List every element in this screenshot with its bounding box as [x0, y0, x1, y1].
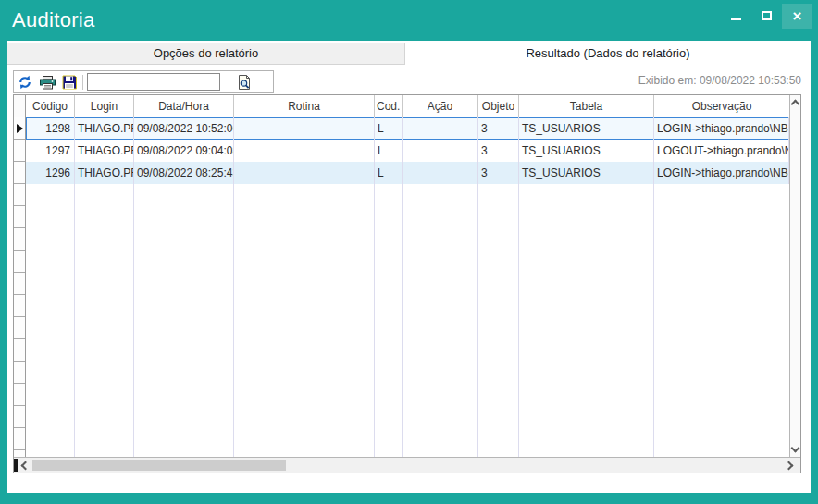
cell-rotina[interactable] — [234, 117, 375, 140]
horizontal-scroll-thumb[interactable] — [32, 460, 286, 471]
maximize-button[interactable] — [751, 4, 782, 29]
cell-codigo[interactable]: 1297 — [26, 140, 75, 162]
row-indicator-header — [14, 95, 26, 117]
print-icon — [40, 75, 56, 90]
cell-cod-acao[interactable]: L — [375, 140, 403, 162]
horizontal-scrollbar[interactable] — [14, 457, 800, 473]
tab-resultado[interactable]: Resultado (Dados do relatório) — [405, 41, 811, 65]
maximize-icon — [762, 11, 772, 20]
column-header-tabela[interactable]: Tabela — [519, 95, 654, 117]
cell-acao[interactable] — [403, 162, 478, 184]
cell-login[interactable]: THIAGO.PRANDO — [75, 140, 134, 162]
cell-tabela[interactable]: TS_USUARIOS — [519, 140, 654, 162]
cell-objeto[interactable]: 3 — [478, 162, 519, 184]
save-button[interactable] — [58, 72, 81, 92]
print-button[interactable] — [36, 72, 58, 92]
column-header-observacao[interactable]: Observação — [654, 95, 789, 117]
audit-results-grid: Código Login Data/Hora Rotina Cod. ação … — [13, 94, 801, 473]
close-icon: × — [793, 8, 802, 24]
cell-tabela[interactable]: TS_USUARIOS — [519, 162, 654, 184]
grid-body: 1298 THIAGO.PRANDO 09/08/2022 10:52:06 L… — [14, 117, 789, 457]
cell-acao[interactable] — [403, 117, 478, 140]
cell-observacao[interactable]: LOGOUT->thiago.prando\NB-0 — [654, 140, 789, 162]
tab-strip: Opções do relatório Resultado (Dados do … — [7, 41, 811, 65]
cell-cod-acao[interactable]: L — [375, 162, 403, 184]
cell-tabela[interactable]: TS_USUARIOS — [519, 117, 654, 140]
grid-rows: 1298 THIAGO.PRANDO 09/08/2022 10:52:06 L… — [26, 117, 789, 184]
search-input[interactable] — [87, 73, 220, 91]
save-icon — [62, 75, 77, 90]
displayed-at-timestamp: Exibido em: 09/08/2022 10:53:50 — [638, 74, 801, 87]
column-header-data-hora[interactable]: Data/Hora — [134, 95, 234, 117]
tab-opcoes-label: Opções do relatório — [154, 46, 258, 60]
close-button[interactable]: × — [782, 4, 812, 29]
cell-rotina[interactable] — [234, 140, 375, 162]
tab-resultado-label: Resultado (Dados do relatório) — [526, 46, 689, 60]
scroll-left-icon[interactable] — [21, 461, 31, 471]
cell-data-hora[interactable]: 09/08/2022 10:52:06 — [134, 117, 234, 140]
cell-objeto[interactable]: 3 — [478, 140, 519, 162]
minimize-button[interactable] — [721, 4, 751, 29]
current-row-marker-icon — [17, 124, 23, 133]
scroll-edge-grip — [14, 459, 18, 472]
cell-objeto[interactable]: 3 — [478, 117, 519, 140]
scroll-down-icon[interactable] — [791, 444, 800, 453]
column-header-rotina[interactable]: Rotina — [234, 95, 375, 117]
auditoria-window: Auditoria × Opções do relatório Resultad… — [0, 0, 818, 504]
column-header-login[interactable]: Login — [75, 95, 134, 117]
column-header-objeto[interactable]: Objeto — [478, 95, 519, 117]
cell-data-hora[interactable]: 09/08/2022 08:25:43 — [134, 162, 234, 184]
cell-codigo[interactable]: 1296 — [26, 162, 75, 184]
grid-header-row: Código Login Data/Hora Rotina Cod. ação … — [14, 95, 789, 117]
tab-opcoes-relatorio[interactable]: Opções do relatório — [7, 43, 405, 65]
cell-acao[interactable] — [403, 140, 478, 162]
table-row[interactable]: 1298 THIAGO.PRANDO 09/08/2022 10:52:06 L… — [26, 117, 789, 140]
cell-observacao[interactable]: LOGIN->thiago.prando\NB-0 — [654, 117, 789, 140]
title-bar: Auditoria × — [0, 0, 818, 41]
vertical-scrollbar[interactable] — [789, 95, 800, 457]
column-header-cod-acao[interactable]: Cod. ação — [375, 95, 403, 117]
scroll-right-icon[interactable] — [785, 461, 794, 471]
refresh-button[interactable] — [14, 72, 36, 92]
window-controls: × — [721, 3, 812, 29]
table-row[interactable]: 1297 THIAGO.PRANDO 09/08/2022 09:04:08 L… — [26, 140, 789, 162]
cell-cod-acao[interactable]: L — [375, 117, 403, 140]
column-header-acao[interactable]: Ação — [403, 95, 478, 117]
window-content: Opções do relatório Resultado (Dados do … — [7, 41, 811, 493]
table-row[interactable]: 1296 THIAGO.PRANDO 09/08/2022 08:25:43 L… — [26, 162, 789, 184]
toolbar-separator — [82, 75, 83, 90]
column-header-codigo[interactable]: Código — [26, 95, 75, 117]
row-indicator-column — [14, 117, 26, 457]
cell-observacao[interactable]: LOGIN->thiago.prando\NB-0 — [654, 162, 789, 184]
cell-login[interactable]: THIAGO.PRANDO — [75, 162, 134, 184]
cell-login[interactable]: THIAGO.PRANDO — [75, 117, 134, 140]
cell-rotina[interactable] — [234, 162, 375, 184]
cell-codigo[interactable]: 1298 — [26, 117, 75, 140]
window-title: Auditoria — [12, 8, 95, 32]
preview-document-icon — [237, 75, 252, 90]
preview-report-button[interactable] — [233, 72, 255, 92]
refresh-icon — [18, 75, 32, 90]
report-toolbar — [13, 70, 274, 93]
cell-data-hora[interactable]: 09/08/2022 09:04:08 — [134, 140, 234, 162]
minimize-icon — [731, 18, 741, 20]
scroll-up-icon[interactable] — [791, 100, 800, 109]
